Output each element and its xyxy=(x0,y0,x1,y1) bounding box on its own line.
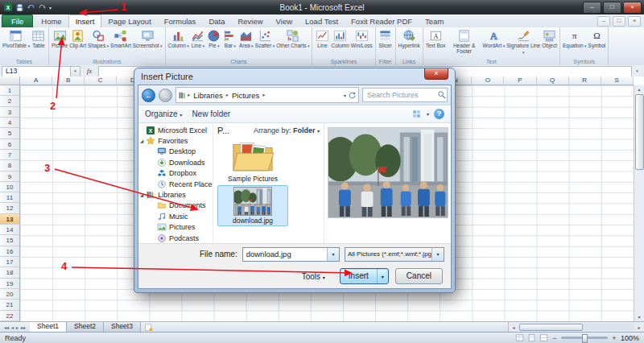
sheet-tab-sheet2[interactable]: Sheet2 xyxy=(67,322,104,332)
ribbon-button-symbol[interactable]: ΩSymbol xyxy=(588,28,607,48)
ribbon-tab-insert[interactable]: Insert xyxy=(68,14,102,27)
refresh-icon[interactable] xyxy=(348,91,357,100)
row-header-2[interactable]: 2 xyxy=(0,96,19,106)
ribbon-button-equation[interactable]: πEquation ▾ xyxy=(562,28,588,49)
column-header-r[interactable]: R xyxy=(569,76,601,85)
ribbon-button-line[interactable]: Line xyxy=(314,28,330,48)
column-header-s[interactable]: S xyxy=(601,76,634,85)
organize-button[interactable]: Organize ▾ xyxy=(145,110,182,118)
row-header-18[interactable]: 18 xyxy=(0,267,19,278)
row-header-19[interactable]: 19 xyxy=(0,279,19,289)
ribbon-button-smartart[interactable]: SmartArt xyxy=(109,28,132,48)
page-break-view-icon[interactable] xyxy=(539,333,548,342)
file-item-sample-pictures[interactable]: Sample Pictures xyxy=(217,137,288,184)
help-icon[interactable]: ? xyxy=(434,109,444,119)
ribbon-button-wordart[interactable]: AWordArt ▾ xyxy=(482,28,506,49)
ribbon-button-area[interactable]: Area ▾ xyxy=(238,28,254,49)
file-name-input[interactable]: download.jpg ▾ xyxy=(242,247,340,262)
nav-item-pictures[interactable]: Pictures xyxy=(138,222,213,233)
scroll-left-icon[interactable]: ◂ xyxy=(509,324,518,330)
horizontal-scrollbar[interactable]: ◂ ▸ xyxy=(508,322,644,332)
address-dropdown-icon[interactable]: ▾ xyxy=(344,93,346,98)
next-sheet-icon[interactable]: ▸ xyxy=(16,324,19,330)
last-sheet-icon[interactable]: ▸▸ xyxy=(21,324,26,330)
qat-dropdown-icon[interactable]: ▾ xyxy=(49,5,52,10)
select-all-corner[interactable] xyxy=(0,76,20,85)
sheet-tab-sheet1[interactable]: Sheet1 xyxy=(30,322,67,332)
ribbon-button-scatter[interactable]: Scatter ▾ xyxy=(254,28,276,49)
file-type-select[interactable]: All Pictures (*.emf;*.wmf;*.jpg;* ▾ xyxy=(345,247,444,262)
row-header-6[interactable]: 6 xyxy=(0,139,19,150)
breadcrumb-libraries[interactable]: Libraries xyxy=(191,91,225,100)
nav-item-recent-places[interactable]: Recent Places xyxy=(138,179,213,189)
ribbon-tab-load-test[interactable]: Load Test xyxy=(299,15,345,27)
scroll-right-icon[interactable]: ▸ xyxy=(634,324,644,330)
column-header-p[interactable]: P xyxy=(504,76,536,85)
row-header-11[interactable]: 11 xyxy=(0,192,19,203)
forward-button[interactable]: → xyxy=(159,89,172,102)
ribbon-button-pie[interactable]: Pie ▾ xyxy=(206,28,222,49)
row-header-8[interactable]: 8 xyxy=(0,160,19,171)
arrange-by-control[interactable]: Arrange by: Folder ▾ xyxy=(254,126,320,134)
ribbon-tab-page-layout[interactable]: Page Layout xyxy=(101,15,157,27)
ribbon-button-screenshot[interactable]: Screenshot ▾ xyxy=(132,28,163,49)
column-header-o[interactable]: O xyxy=(472,76,504,85)
nav-item-music[interactable]: Music xyxy=(138,211,213,221)
ribbon-button-other-charts[interactable]: Other Charts ▾ xyxy=(275,28,310,49)
nav-item-favorites[interactable]: ◢Favorites xyxy=(138,135,213,146)
ribbon-button-bar[interactable]: Bar ▾ xyxy=(222,28,238,49)
row-header-10[interactable]: 10 xyxy=(0,182,19,192)
scroll-up-icon[interactable]: ▴ xyxy=(638,85,640,93)
row-header-13[interactable]: 13 xyxy=(0,214,19,225)
workbook-restore-button[interactable]: □ xyxy=(613,16,625,27)
views-button[interactable] xyxy=(411,110,422,118)
ribbon-button-text-box[interactable]: AText Box xyxy=(425,28,447,48)
zoom-slider[interactable] xyxy=(561,337,608,339)
nav-item-dropbox[interactable]: Dropbox xyxy=(138,168,213,179)
first-sheet-icon[interactable]: ◂◂ xyxy=(4,324,9,330)
zoom-out-icon[interactable]: − xyxy=(551,334,558,342)
zoom-in-icon[interactable]: + xyxy=(611,334,617,342)
insert-function-button[interactable]: fx xyxy=(80,66,98,77)
ribbon-tab-view[interactable]: View xyxy=(270,15,299,27)
scroll-down-icon[interactable]: ▾ xyxy=(638,313,640,321)
row-header-4[interactable]: 4 xyxy=(0,118,19,128)
ribbon-tab-team[interactable]: Team xyxy=(419,15,450,27)
maximize-button[interactable]: □ xyxy=(603,2,621,14)
row-header-20[interactable]: 20 xyxy=(0,289,19,300)
cancel-button[interactable]: Cancel xyxy=(395,268,443,284)
ribbon-button-line[interactable]: Line ▾ xyxy=(190,28,206,49)
column-header-a[interactable]: A xyxy=(20,76,52,85)
file-item-download-jpg[interactable]: download.jpg xyxy=(217,185,288,226)
nav-item-documents[interactable]: Documents xyxy=(138,200,213,211)
row-header-21[interactable]: 21 xyxy=(0,300,19,310)
normal-view-icon[interactable] xyxy=(515,333,524,342)
row-header-14[interactable]: 14 xyxy=(0,225,19,235)
vertical-scrollbar[interactable]: ▴ ▾ xyxy=(634,85,644,321)
ribbon-tab-foxit-reader-pdf[interactable]: Foxit Reader PDF xyxy=(345,15,419,27)
column-header-q[interactable]: Q xyxy=(537,76,569,85)
nav-item-desktop[interactable]: Desktop xyxy=(138,147,213,157)
breadcrumb[interactable]: ▸ Libraries▸Pictures▸ ▾ xyxy=(175,87,359,103)
nav-item-podcasts[interactable]: Podcasts xyxy=(138,233,213,243)
nav-item-downloads[interactable]: Downloads xyxy=(138,157,213,167)
save-icon[interactable] xyxy=(15,3,24,12)
row-header-5[interactable]: 5 xyxy=(0,128,19,138)
prev-sheet-icon[interactable]: ◂ xyxy=(11,324,14,330)
zoom-level[interactable]: 100% xyxy=(621,334,639,342)
workbook-minimize-button[interactable]: – xyxy=(597,16,610,27)
ribbon-tab-review[interactable]: Review xyxy=(231,15,269,27)
row-header-12[interactable]: 12 xyxy=(0,203,19,213)
file-name-dropdown-icon[interactable]: ▾ xyxy=(327,248,339,261)
zoom-slider-thumb[interactable] xyxy=(582,334,588,343)
breadcrumb-pictures[interactable]: Pictures xyxy=(229,91,262,100)
ribbon-button-clip-art[interactable]: Clip Art xyxy=(68,28,87,48)
row-header-1[interactable]: 1 xyxy=(0,85,19,96)
insert-worksheet-button[interactable] xyxy=(141,322,157,332)
sheet-tab-sheet3[interactable]: Sheet3 xyxy=(104,322,141,332)
horizontal-scroll-thumb[interactable] xyxy=(519,324,583,331)
ribbon-tab-file[interactable]: File xyxy=(2,14,33,27)
ribbon-tab-data[interactable]: Data xyxy=(202,15,231,27)
vertical-scroll-thumb[interactable] xyxy=(635,94,644,170)
tools-button[interactable]: Tools ▾ xyxy=(302,272,325,281)
